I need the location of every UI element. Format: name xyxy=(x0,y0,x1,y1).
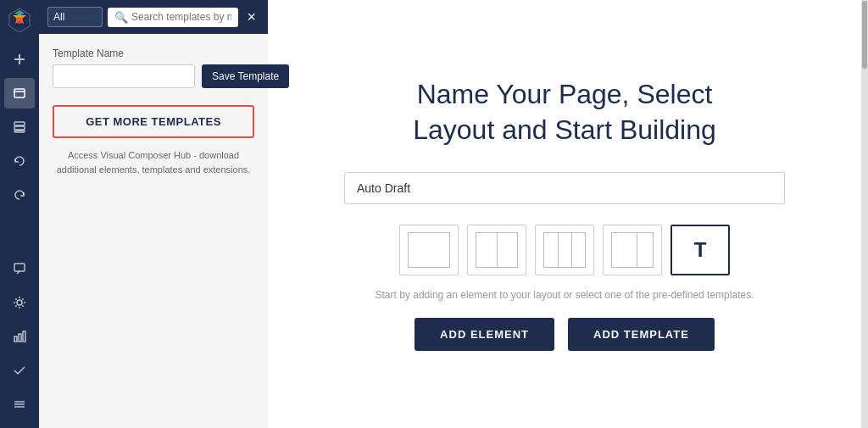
nav-menu-icon[interactable] xyxy=(4,389,35,420)
app-logo xyxy=(6,7,33,34)
svg-point-11 xyxy=(17,300,22,305)
panel-close-button[interactable]: × xyxy=(243,8,259,26)
nav-layers-icon[interactable] xyxy=(4,78,35,108)
add-element-button[interactable]: ADD ELEMENT xyxy=(415,318,554,351)
layout-sidebar-right-preview xyxy=(611,232,654,268)
nav-stack-icon[interactable] xyxy=(4,112,35,142)
search-input[interactable] xyxy=(131,11,231,23)
template-name-label: Template Name xyxy=(53,47,124,59)
filter-select[interactable]: All xyxy=(47,7,103,27)
template-panel: All 🔍 × Template Name Save Template GET … xyxy=(39,0,268,428)
scrollbar-thumb[interactable] xyxy=(862,1,867,69)
svg-rect-5 xyxy=(14,89,25,97)
nav-chart-icon[interactable] xyxy=(4,321,35,352)
layout-3col-preview xyxy=(543,232,586,268)
layout-option-sidebar-right[interactable] xyxy=(603,225,662,275)
layout-t-label: T xyxy=(694,238,707,262)
svg-rect-7 xyxy=(14,122,25,125)
svg-rect-13 xyxy=(19,334,21,342)
save-template-button[interactable]: Save Template xyxy=(202,64,289,88)
layout-2col-preview xyxy=(476,232,518,268)
search-icon: 🔍 xyxy=(114,11,128,24)
layout-option-2col[interactable] xyxy=(467,225,526,275)
nav-settings-icon[interactable] xyxy=(4,287,35,318)
layout-options: T xyxy=(399,225,730,275)
nav-comment-icon[interactable] xyxy=(4,253,35,284)
scrollbar[interactable] xyxy=(861,0,868,428)
svg-rect-9 xyxy=(14,131,25,132)
layout-option-template[interactable]: T xyxy=(670,225,730,275)
layout-option-3col[interactable] xyxy=(535,225,594,275)
sidebar-nav xyxy=(0,0,39,428)
nav-redo-icon[interactable] xyxy=(4,180,35,210)
layout-hint: Start by adding an element to your layou… xyxy=(376,289,754,301)
nav-check-icon[interactable] xyxy=(4,355,35,386)
get-more-templates-button[interactable]: GET MORE TEMPLATES xyxy=(53,105,254,138)
template-name-input[interactable] xyxy=(53,64,195,88)
search-wrapper: 🔍 xyxy=(108,8,238,27)
add-template-button[interactable]: ADD TEMPLATE xyxy=(568,318,715,351)
action-buttons: ADD ELEMENT ADD TEMPLATE xyxy=(415,318,715,351)
layout-option-1col[interactable] xyxy=(399,225,459,275)
svg-rect-12 xyxy=(14,336,17,342)
page-name-input[interactable] xyxy=(344,172,785,204)
svg-rect-10 xyxy=(14,264,25,271)
main-content: Name Your Page, Select Layout and Start … xyxy=(268,0,861,428)
template-name-row: Save Template xyxy=(53,64,254,88)
nav-plus-icon[interactable] xyxy=(4,44,35,75)
svg-rect-14 xyxy=(23,331,25,342)
layout-1col-preview xyxy=(408,232,450,268)
main-heading: Name Your Page, Select Layout and Start … xyxy=(413,77,716,147)
svg-rect-8 xyxy=(14,126,25,130)
panel-content: Template Name Save Template GET MORE TEM… xyxy=(39,34,268,428)
access-text: Access Visual Composer Hub - download ad… xyxy=(53,148,254,176)
panel-search-bar: All 🔍 × xyxy=(39,0,268,34)
svg-point-2 xyxy=(16,17,23,24)
nav-undo-icon[interactable] xyxy=(4,146,35,176)
